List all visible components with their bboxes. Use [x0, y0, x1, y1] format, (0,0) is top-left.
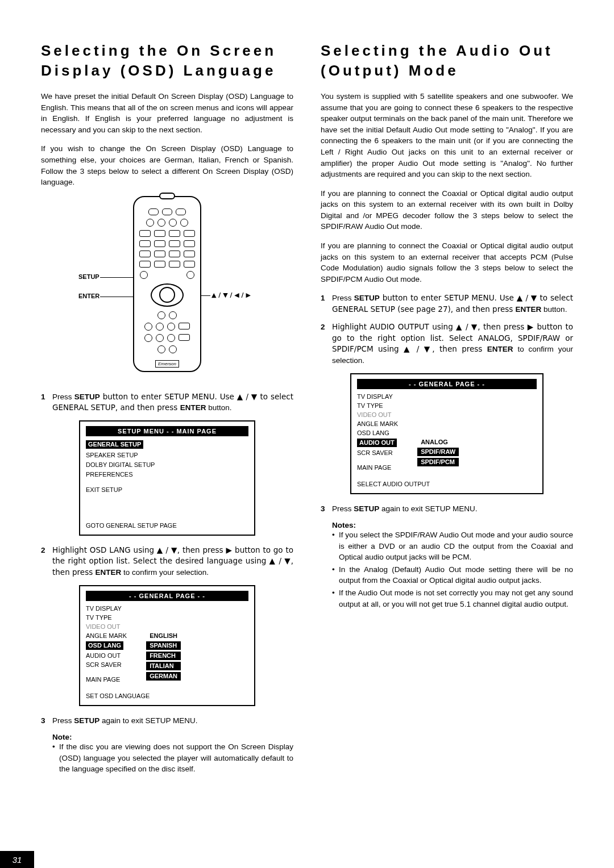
right-notes: If you select the SPDIF/RAW Audio Out mo…	[321, 529, 573, 610]
right-p2: If you are planning to connect the Coaxi…	[321, 188, 573, 232]
text: button.	[541, 305, 567, 314]
osd-title: SETUP MENU - - MAIN PAGE	[86, 426, 248, 436]
right-step-2: 2 Highlight AUDIO OUTPUT using ▲ / ▼, th…	[321, 322, 573, 366]
left-step-2: 2 Highlight OSD LANG using ▲ / ▼, then p…	[41, 545, 293, 578]
osd-footer: GOTO GENERAL SETUP PAGE	[86, 519, 248, 530]
menu-item: VIDEO OUT	[357, 411, 398, 419]
notes-label: Notes:	[321, 521, 573, 529]
right-p3: If you are planning to connect the Coaxi…	[321, 240, 573, 285]
kw-setup: SETUP	[74, 716, 99, 725]
kw-setup: SETUP	[354, 294, 380, 302]
menu-item: ANGLE MARK	[357, 420, 398, 428]
right-p1: You system is supplied with 5 satellite …	[321, 91, 573, 180]
text: to confirm your selection.	[121, 568, 209, 577]
option: SPANISH	[146, 641, 181, 650]
menu-item: TV DISPLAY	[357, 393, 398, 400]
option: SPDIF/PCM	[417, 458, 459, 466]
menu-item: AUDIO OUT	[86, 652, 127, 660]
kw-enter: ENTER	[180, 403, 206, 412]
left-steps-2: 2 Highlight OSD LANG using ▲ / ▼, then p…	[41, 545, 293, 578]
osd-general-page-lang: - - GENERAL PAGE - - TV DISPLAY TV TYPE …	[79, 585, 255, 706]
osd-setup-menu: SETUP MENU - - MAIN PAGE GENERAL SETUP S…	[79, 420, 255, 536]
right-steps-3: 3 Press SETUP again to exit SETUP MENU.	[321, 503, 573, 515]
osd-general-page-audio: - - GENERAL PAGE - - TV DISPLAY TV TYPE …	[350, 373, 544, 494]
menu-item: MAIN PAGE	[357, 464, 398, 471]
dpad-icon	[151, 283, 184, 307]
option: ANALOG	[417, 438, 459, 446]
kw-enter: ENTER	[487, 345, 513, 353]
note-item: In the Analog (Default) Audio Out mode s…	[332, 564, 573, 586]
menu-item: TV TYPE	[357, 402, 398, 410]
right-steps: 1 Press SETUP button to enter SETUP MENU…	[321, 293, 573, 366]
text: Press	[332, 294, 354, 302]
osd-title: - - GENERAL PAGE - -	[357, 379, 537, 389]
menu-item-active: AUDIO OUT	[357, 439, 397, 447]
remote-body: Emerson	[133, 196, 201, 372]
right-step-3: 3 Press SETUP again to exit SETUP MENU.	[321, 503, 573, 515]
menu-item-active: OSD LANG	[86, 641, 123, 650]
option: ENGLISH	[146, 632, 181, 640]
menu-item: TV TYPE	[86, 614, 127, 621]
kw-setup: SETUP	[74, 393, 100, 401]
kw-enter: ENTER	[96, 568, 122, 577]
menu-item: SPEAKER SETUP	[86, 451, 248, 459]
left-heading: Selecting the On Screen Display (OSD) La…	[41, 41, 293, 81]
left-p1: We have preset the initial Default On Sc…	[41, 91, 293, 135]
menu-item: OSD LANG	[357, 429, 398, 437]
remote-brand: Emerson	[155, 360, 179, 368]
menu-item: MAIN PAGE	[86, 675, 127, 683]
right-column: Selecting the Audio Out (Output) Mode Yo…	[321, 41, 573, 776]
left-steps: 1 Press SETUP button to enter SETUP MENU…	[41, 391, 293, 414]
left-steps-3: 3 Press SETUP again to exit SETUP MENU.	[41, 715, 293, 727]
menu-item: DOLBY DIGITAL SETUP	[86, 461, 248, 469]
osd-footer: SET OSD LANGUAGE	[86, 689, 248, 700]
text: Press	[52, 716, 74, 725]
text: Press	[332, 504, 354, 513]
note-item: If the Audio Out mode is not set correct…	[332, 587, 573, 610]
left-column: Selecting the On Screen Display (OSD) La…	[41, 41, 293, 776]
kw-setup: SETUP	[354, 504, 379, 513]
right-heading: Selecting the Audio Out (Output) Mode	[321, 41, 573, 81]
menu-item: ANGLE MARK	[86, 632, 127, 640]
menu-item: SCR SAVER	[86, 661, 127, 669]
remote-label-setup: SETUP	[78, 273, 99, 280]
note-item: If the disc you are viewing does not sup…	[52, 741, 293, 775]
option: SPDIF/RAW	[417, 448, 459, 456]
osd-title: - - GENERAL PAGE - -	[86, 591, 248, 601]
note-item: If you select the SPDIF/RAW Audio Out mo…	[332, 529, 573, 563]
ir-window-icon	[159, 193, 175, 199]
leader-line	[100, 277, 134, 278]
remote-illustration: SETUP ENTER ▲ / ▼ / ◀ / ▶	[41, 196, 293, 383]
option: ITALIAN	[146, 662, 181, 670]
kw-enter: ENTER	[516, 305, 542, 314]
left-notes: If the disc you are viewing does not sup…	[41, 741, 293, 775]
menu-item: SCR SAVER	[357, 449, 398, 457]
text: Press	[52, 393, 74, 401]
menu-item: TV DISPLAY	[86, 604, 127, 612]
option: GERMAN	[146, 672, 181, 681]
left-step-1: 1 Press SETUP button to enter SETUP MENU…	[41, 391, 293, 414]
osd-footer: SELECT AUDIO OUTPUT	[357, 477, 537, 489]
text: again to exit SETUP MENU.	[379, 504, 477, 513]
menu-item: EXIT SETUP	[86, 486, 248, 494]
option: FRENCH	[146, 652, 181, 660]
text: button.	[206, 403, 231, 412]
menu-item: GENERAL SETUP	[86, 440, 143, 449]
menu-item: PREFERENCES	[86, 470, 248, 478]
text: again to exit SETUP MENU.	[99, 716, 197, 725]
remote-label-arrows: ▲ / ▼ / ◀ / ▶	[211, 291, 251, 299]
note-label: Note:	[41, 733, 293, 741]
left-p2: If you wish to change the On Screen Disp…	[41, 143, 293, 187]
menu-item: VIDEO OUT	[86, 623, 127, 631]
remote-label-enter: ENTER	[78, 293, 99, 299]
left-step-3: 3 Press SETUP again to exit SETUP MENU.	[41, 715, 293, 727]
right-step-1: 1 Press SETUP button to enter SETUP MENU…	[321, 293, 573, 315]
page-number: 31	[0, 851, 34, 868]
